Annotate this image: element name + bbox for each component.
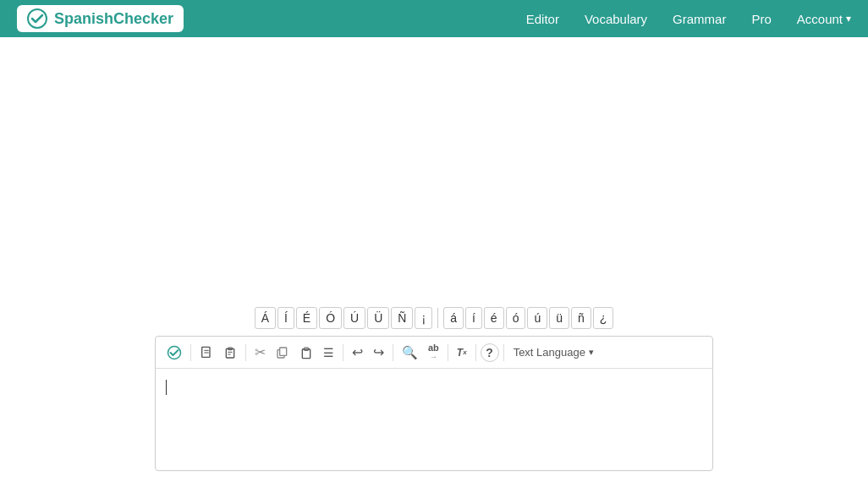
- char-I-acute[interactable]: Í: [277, 307, 294, 329]
- svg-rect-10: [280, 348, 287, 355]
- toolbar-sep-5: [448, 344, 448, 361]
- find-replace-icon: ab →: [428, 343, 439, 361]
- char-a-acute[interactable]: á: [443, 307, 464, 329]
- redo-button[interactable]: ↪: [369, 342, 388, 363]
- format-button[interactable]: ☰: [319, 343, 338, 362]
- editor-toolbar: ✂ ☰ ↩ ↪: [156, 337, 712, 369]
- brand-logo[interactable]: SpanishChecker: [17, 5, 184, 32]
- toolbar-sep-6: [475, 344, 476, 361]
- char-n-tilde[interactable]: ñ: [571, 307, 591, 329]
- char-u-umlaut[interactable]: ü: [549, 307, 569, 329]
- text-language-button[interactable]: Text Language: [508, 343, 599, 361]
- clipboard-icon: [223, 346, 237, 359]
- copy-icon: [276, 346, 289, 359]
- logo-icon: [27, 8, 47, 29]
- brand-name: SpanishChecker: [54, 10, 173, 28]
- char-A-acute[interactable]: Á: [255, 307, 276, 329]
- char-o-acute[interactable]: ó: [506, 307, 526, 329]
- new-doc-icon: [200, 346, 213, 359]
- help-button[interactable]: ?: [481, 343, 499, 362]
- nav-grammar[interactable]: Grammar: [673, 12, 726, 26]
- char-O-acute[interactable]: Ó: [319, 307, 342, 329]
- paste-icon: [299, 346, 313, 359]
- char-N-tilde[interactable]: Ñ: [391, 307, 413, 329]
- toolbar-sep-2: [245, 344, 246, 361]
- editor-area[interactable]: [156, 369, 712, 470]
- clipboard-button[interactable]: [219, 343, 241, 362]
- check-button[interactable]: [162, 343, 186, 363]
- search-button[interactable]: 🔍: [398, 343, 422, 363]
- special-chars-row: Á Í É Ó Ú Ü Ñ ¡ á í é ó ú ü ñ ¿: [255, 307, 614, 329]
- toolbar-sep-4: [393, 344, 393, 361]
- char-i-acute[interactable]: í: [465, 307, 482, 329]
- chars-divider: [437, 308, 438, 328]
- new-document-button[interactable]: [195, 343, 217, 362]
- svg-point-0: [28, 9, 47, 28]
- undo-button[interactable]: ↩: [348, 342, 367, 363]
- check-icon: [167, 345, 182, 360]
- char-e-acute[interactable]: é: [484, 307, 504, 329]
- editor-cursor: [166, 380, 167, 395]
- char-U-acute[interactable]: Ú: [343, 307, 365, 329]
- nav-editor[interactable]: Editor: [526, 12, 559, 26]
- editor-container: ✂ ☰ ↩ ↪: [155, 336, 713, 471]
- toolbar-sep-1: [190, 344, 191, 361]
- paste-button[interactable]: [295, 343, 317, 362]
- main-content: Á Í É Ó Ú Ü Ñ ¡ á í é ó ú ü ñ ¿: [0, 37, 868, 488]
- nav-vocabulary[interactable]: Vocabulary: [585, 12, 647, 26]
- char-U-umlaut[interactable]: Ü: [367, 307, 389, 329]
- cut-button[interactable]: ✂: [250, 342, 270, 363]
- char-E-acute[interactable]: É: [296, 307, 317, 329]
- nav-pro[interactable]: Pro: [751, 12, 771, 26]
- main-nav: Editor Vocabulary Grammar Pro Account: [526, 12, 851, 26]
- char-inverted-question[interactable]: ¿: [593, 307, 614, 329]
- nav-account[interactable]: Account: [797, 12, 851, 26]
- text-language-label: Text Language: [514, 346, 585, 359]
- char-inverted-exclamation[interactable]: ¡: [415, 307, 432, 329]
- toolbar-sep-7: [503, 344, 504, 361]
- svg-rect-2: [202, 347, 210, 357]
- char-u-acute[interactable]: ú: [527, 307, 547, 329]
- clear-format-button[interactable]: Tx: [453, 344, 471, 361]
- toolbar-sep-3: [343, 344, 343, 361]
- copy-button[interactable]: [272, 343, 294, 362]
- navbar: SpanishChecker Editor Vocabulary Grammar…: [0, 0, 868, 37]
- find-replace-button[interactable]: ab →: [424, 341, 443, 364]
